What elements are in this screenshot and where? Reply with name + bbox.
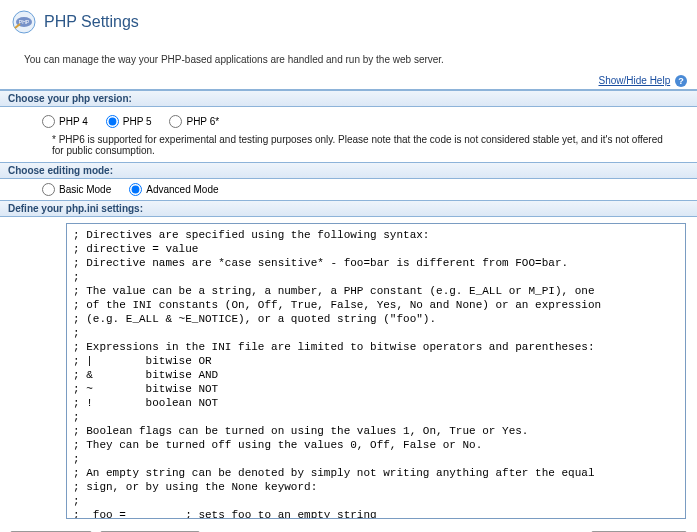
php5-radio[interactable] — [106, 115, 119, 128]
basic-mode-option[interactable]: Basic Mode — [42, 183, 111, 196]
edit-mode-heading: Choose editing mode: — [0, 162, 697, 179]
php6-note: * PHP6 is supported for experimental and… — [20, 134, 677, 156]
svg-text:PHP: PHP — [19, 19, 30, 25]
intro-text: You can manage the way your PHP-based ap… — [0, 40, 697, 71]
page-title: PHP Settings — [44, 13, 139, 31]
php6-radio[interactable] — [169, 115, 182, 128]
advanced-mode-label: Advanced Mode — [146, 184, 218, 195]
page-header: PHP PHP Settings — [0, 0, 697, 40]
help-icon[interactable]: ? — [675, 75, 687, 87]
php-logo-icon: PHP — [12, 10, 36, 34]
php5-label: PHP 5 — [123, 116, 152, 127]
php6-label: PHP 6* — [186, 116, 219, 127]
button-row: Reset Form Restore Default Save Changes — [0, 525, 697, 532]
phpini-heading: Define your php.ini settings: — [0, 200, 697, 217]
php-version-heading: Choose your php version: — [0, 90, 697, 107]
advanced-mode-radio[interactable] — [129, 183, 142, 196]
php4-option[interactable]: PHP 4 — [42, 115, 88, 128]
advanced-mode-option[interactable]: Advanced Mode — [129, 183, 218, 196]
editor-wrap — [0, 217, 697, 525]
php5-option[interactable]: PHP 5 — [106, 115, 152, 128]
php-version-body: PHP 4 PHP 5 PHP 6* * PHP6 is supported f… — [0, 107, 697, 162]
php4-label: PHP 4 — [59, 116, 88, 127]
edit-mode-options: Basic Mode Advanced Mode — [0, 179, 697, 200]
phpini-editor[interactable] — [66, 223, 686, 519]
basic-mode-radio[interactable] — [42, 183, 55, 196]
php-version-options: PHP 4 PHP 5 PHP 6* — [20, 113, 677, 134]
basic-mode-label: Basic Mode — [59, 184, 111, 195]
show-hide-help-link[interactable]: Show/Hide Help — [599, 75, 671, 86]
help-row: Show/Hide Help ? — [0, 71, 697, 90]
php4-radio[interactable] — [42, 115, 55, 128]
php6-option[interactable]: PHP 6* — [169, 115, 219, 128]
